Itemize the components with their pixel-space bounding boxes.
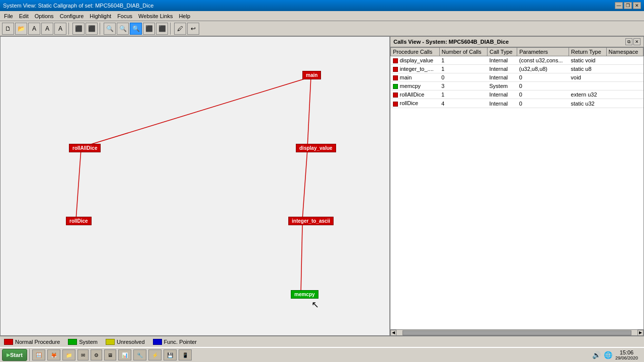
calls-panel-close[interactable]: ✕ [633, 38, 640, 45]
taskbar-btn-mail[interactable]: ✉ [77, 349, 89, 360]
taskbar-btn-app4[interactable]: 🔧 [133, 349, 146, 360]
cell-calls: 0 [439, 73, 487, 82]
scrollbar-container[interactable]: ◀ ▶ [390, 329, 643, 335]
taskbar-btn-app7[interactable]: 📱 [179, 349, 192, 360]
cell-type: Internal [488, 65, 517, 73]
cell-return: void [569, 73, 607, 82]
cell-type: Internal [488, 99, 517, 108]
col-namespace[interactable]: Namespace [606, 48, 643, 56]
node-rolldice[interactable]: rollDice [66, 217, 92, 225]
taskbar-btn-app6[interactable]: 💾 [164, 349, 177, 360]
start-button[interactable]: ▶ Start [2, 349, 27, 361]
legend-label-unresolved: Unresolved [117, 339, 145, 345]
window-title: System View: Static Callgraph of set: MP… [3, 3, 153, 9]
svg-line-0 [81, 77, 311, 147]
toolbar-btn-7[interactable]: ⬛ [86, 23, 98, 35]
calls-table-container[interactable]: Procedure Calls Number of Calls Call Typ… [390, 47, 643, 329]
svg-line-4 [301, 225, 302, 293]
toolbar-btn-8[interactable]: ⬛ [143, 23, 155, 35]
table-row[interactable]: memcpy 3 System 0 [391, 82, 643, 90]
svg-line-3 [302, 149, 307, 220]
node-main[interactable]: main [302, 71, 321, 79]
cell-return [569, 82, 607, 90]
row-icon [393, 93, 398, 98]
cell-namespace [606, 82, 643, 90]
restore-button[interactable]: ❐ [624, 2, 632, 9]
toolbar-sep-3 [170, 23, 172, 35]
toolbar-btn-11[interactable]: ↩ [187, 23, 199, 35]
node-memcpy[interactable]: memcpy [291, 290, 318, 299]
col-procedure[interactable]: Procedure Calls [391, 48, 440, 56]
graph-svg [1, 37, 389, 335]
toolbar-zoom-out[interactable]: 🔍 [104, 23, 116, 35]
cell-namespace [606, 90, 643, 99]
calls-table: Procedure Calls Number of Calls Call Typ… [390, 47, 643, 108]
table-row[interactable]: display_value 1 Internal (const u32,cons… [391, 56, 643, 65]
row-icon [393, 84, 398, 89]
tray-icon-1[interactable]: 🔊 [592, 351, 601, 359]
toolbar-btn-5[interactable]: A [54, 23, 66, 35]
title-bar: System View: Static Callgraph of set: MP… [0, 0, 644, 11]
scroll-right[interactable]: ▶ [637, 330, 643, 336]
table-row[interactable]: main 0 Internal 0 void [391, 73, 643, 82]
taskbar-btn-win[interactable]: 🪟 [32, 349, 45, 360]
menu-focus[interactable]: Focus [114, 12, 135, 20]
graph-panel[interactable]: main rollAllDice display_value rollDice … [0, 36, 390, 336]
legend-normal: Normal Procedure [4, 339, 60, 345]
toolbar-zoom-fit[interactable]: 🔍 [130, 23, 142, 35]
minimize-button[interactable]: — [615, 2, 623, 9]
table-row[interactable]: integer_to_.... 1 Internal (u32,u8,u8) s… [391, 65, 643, 73]
menu-configure[interactable]: Configure [57, 12, 87, 20]
menu-edit[interactable]: Edit [16, 12, 32, 20]
cell-params: 0 [517, 73, 569, 82]
cell-namespace [606, 56, 643, 65]
taskbar-divider [29, 349, 30, 361]
taskbar-btn-app2[interactable]: 🖥 [104, 349, 116, 360]
node-display-value[interactable]: display_value [296, 144, 336, 152]
col-return[interactable]: Return Type [569, 48, 607, 56]
legend-label-system: System [79, 339, 98, 345]
table-row[interactable]: rollDice 4 Internal 0 static u32 [391, 99, 643, 108]
col-params[interactable]: Parameters [517, 48, 569, 56]
toolbar-btn-9[interactable]: ⬛ [156, 23, 168, 35]
menu-website-links[interactable]: Website Links [135, 12, 176, 20]
scroll-left[interactable]: ◀ [390, 330, 396, 336]
taskbar-btn-firefox[interactable]: 🦊 [47, 349, 60, 360]
scrollbar-thumb[interactable] [403, 330, 631, 335]
close-button[interactable]: ✕ [633, 2, 641, 9]
toolbar-btn-3[interactable]: A [28, 23, 40, 35]
toolbar-sep-1 [68, 23, 70, 35]
toolbar-btn-4[interactable]: A [41, 23, 53, 35]
cell-calls: 4 [439, 99, 487, 108]
toolbar-btn-1[interactable]: 🗋 [2, 23, 14, 35]
menu-highlight[interactable]: Highlight [87, 12, 114, 20]
cell-calls: 1 [439, 65, 487, 73]
calls-panel: Calls View - System: MPC5604B_DIAB_Dice … [390, 36, 644, 336]
taskbar-btn-app3[interactable]: 📊 [118, 349, 131, 360]
menu-options[interactable]: Options [32, 12, 57, 20]
toolbar-zoom-in[interactable]: 🔍 [117, 23, 129, 35]
col-call-type[interactable]: Call Type [488, 48, 517, 56]
cell-procedure: rollDice [391, 99, 440, 108]
toolbar-btn-2[interactable]: 📂 [15, 23, 27, 35]
menu-help[interactable]: Help [176, 12, 193, 20]
cell-params: (u32,u8,u8) [517, 65, 569, 73]
calls-panel-detach[interactable]: ⧉ [625, 38, 632, 45]
row-icon [393, 102, 398, 107]
toolbar-btn-10[interactable]: 🖊 [174, 23, 186, 35]
calls-panel-controls: ⧉ ✕ [625, 38, 640, 45]
taskbar-btn-app1[interactable]: ⚙ [91, 349, 102, 360]
taskbar-btn-folder[interactable]: 📁 [62, 349, 75, 360]
taskbar-tray: 🔊 🌐 15:06 29/06/2020 [592, 349, 642, 360]
tray-icon-2[interactable]: 🌐 [604, 351, 612, 359]
toolbar-btn-6[interactable]: ⬛ [72, 23, 85, 35]
cell-procedure: rollAllDice [391, 90, 440, 99]
node-integer-to-ascii[interactable]: integer_to_ascii [288, 217, 334, 225]
node-rollalldice[interactable]: rollAllDice [69, 144, 101, 152]
taskbar-btn-app5[interactable]: ⚡ [148, 349, 162, 360]
legend-unresolved: Unresolved [106, 339, 145, 345]
table-row[interactable]: rollAllDice 1 Internal 0 extern u32 [391, 90, 643, 99]
col-num-calls[interactable]: Number of Calls [439, 48, 487, 56]
cell-type: Internal [488, 73, 517, 82]
menu-file[interactable]: File [1, 12, 16, 20]
